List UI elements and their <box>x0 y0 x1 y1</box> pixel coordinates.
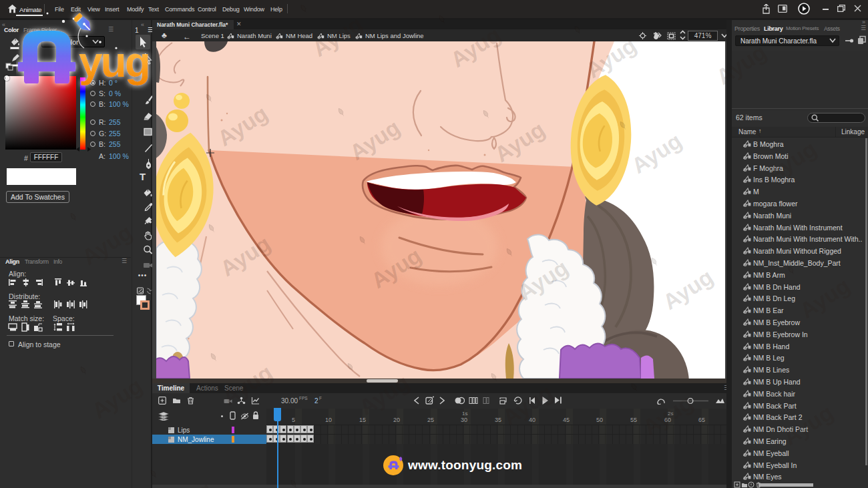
svg-text:yug: yug <box>79 38 149 86</box>
